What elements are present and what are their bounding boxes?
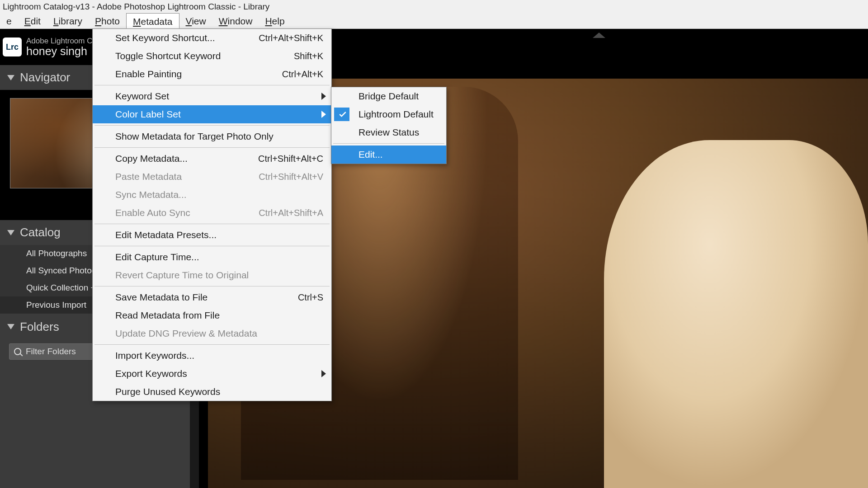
app-logo-icon: Lrc: [3, 38, 22, 56]
app-name-label: Adobe Lightroom Clas: [26, 37, 102, 45]
user-name-label: honey singh: [26, 45, 102, 57]
menu-item-label: Revert Capture Time to Original: [115, 270, 249, 281]
menu-item-shortcut: Shift+K: [276, 51, 323, 61]
menu-view[interactable]: View: [179, 13, 212, 28]
menu-library[interactable]: Library: [47, 13, 89, 28]
menu-item[interactable]: Toggle Shortcut KeywordShift+K: [93, 47, 331, 65]
menu-item-label: Update DNG Preview & Metadata: [115, 328, 257, 339]
menu-help[interactable]: Help: [259, 13, 291, 28]
menu-item-label: Export Keywords: [115, 368, 187, 379]
submenu-item[interactable]: Lightroom Default: [331, 105, 446, 123]
menu-item[interactable]: Show Metadata for Target Photo Only: [93, 127, 331, 145]
submenu-item[interactable]: Bridge Default: [331, 87, 446, 105]
menu-item-label: Purge Unused Keywords: [115, 386, 220, 397]
menu-item[interactable]: Enable PaintingCtrl+Alt+K: [93, 65, 331, 83]
menu-item-shortcut: Ctrl+Shift+Alt+V: [241, 172, 323, 182]
window-titlebar: Lightroom Catalog-v13 - Adobe Photoshop …: [0, 0, 868, 13]
menu-item-label: Edit Metadata Presets...: [115, 230, 217, 240]
menu-item[interactable]: Purge Unused Keywords: [93, 383, 331, 401]
panel-expand-top-icon[interactable]: [593, 33, 605, 38]
disclosure-triangle-icon: [7, 324, 14, 329]
submenu-item-label: Bridge Default: [359, 91, 419, 102]
menu-item-label: Set Keyword Shortcut...: [115, 33, 215, 43]
menu-item-shortcut: Ctrl+S: [280, 292, 323, 303]
submenu-item[interactable]: Review Status: [331, 123, 446, 141]
menu-window[interactable]: Window: [212, 13, 259, 28]
menu-item-label: Toggle Shortcut Keyword: [115, 51, 221, 61]
menu-item[interactable]: Edit Metadata Presets...: [93, 226, 331, 244]
submenu-item-label: Review Status: [359, 127, 419, 138]
menu-item[interactable]: Read Metadata from File: [93, 306, 331, 324]
menu-item[interactable]: Edit Capture Time...: [93, 248, 331, 266]
menu-item-label: Paste Metadata: [115, 171, 182, 182]
menu-photo[interactable]: Photo: [89, 13, 126, 28]
menu-item-label: Keyword Set: [115, 91, 169, 102]
menu-item-shortcut: Ctrl+Shift+Alt+C: [240, 154, 323, 164]
menu-item[interactable]: Keyword Set: [93, 87, 331, 105]
menu-item-label: Sync Metadata...: [115, 189, 187, 200]
check-icon: [338, 109, 348, 119]
menu-item: Update DNG Preview & Metadata: [93, 324, 331, 343]
menu-item-label: Copy Metadata...: [115, 153, 188, 164]
catalog-title: Catalog: [20, 225, 61, 239]
menu-item-label: Enable Auto Sync: [115, 207, 190, 218]
menu-item-label: Save Metadata to File: [115, 292, 208, 303]
menu-item-label: Show Metadata for Target Photo Only: [115, 131, 274, 142]
menu-item: Enable Auto SyncCtrl+Alt+Shift+A: [93, 204, 331, 222]
folders-title: Folders: [20, 320, 59, 334]
menu-item[interactable]: Export Keywords: [93, 365, 331, 383]
menu-item-label: Read Metadata from File: [115, 310, 220, 321]
filter-folders-placeholder: Filter Folders: [26, 347, 76, 357]
menu-file[interactable]: e: [0, 13, 18, 28]
search-icon: [14, 348, 21, 355]
menu-edit[interactable]: Edit: [18, 13, 47, 28]
menu-item-label: Color Label Set: [115, 109, 181, 120]
submenu-item[interactable]: Edit...: [331, 145, 446, 164]
menu-item: Paste MetadataCtrl+Shift+Alt+V: [93, 168, 331, 186]
window-title: Lightroom Catalog-v13 - Adobe Photoshop …: [3, 2, 269, 12]
menu-item-shortcut: Ctrl+Alt+K: [264, 69, 323, 80]
menu-item: Revert Capture Time to Original: [93, 266, 331, 284]
menu-bar: e Edit Library Photo Metadata View Windo…: [0, 13, 868, 29]
menu-item[interactable]: Set Keyword Shortcut...Ctrl+Alt+Shift+K: [93, 29, 331, 47]
menu-item-label: Import Keywords...: [115, 350, 194, 361]
menu-item-label: Edit Capture Time...: [115, 252, 199, 263]
menu-metadata[interactable]: Metadata: [126, 13, 179, 28]
metadata-menu-dropdown: Set Keyword Shortcut...Ctrl+Alt+Shift+KT…: [92, 28, 332, 401]
menu-item-label: Enable Painting: [115, 69, 182, 80]
navigator-title: Navigator: [20, 70, 70, 84]
menu-item-shortcut: Ctrl+Alt+Shift+K: [241, 33, 323, 43]
menu-item-shortcut: Ctrl+Alt+Shift+A: [241, 208, 323, 218]
menu-item: Sync Metadata...: [93, 186, 331, 204]
disclosure-triangle-icon: [7, 230, 14, 235]
menu-item[interactable]: Save Metadata to FileCtrl+S: [93, 288, 331, 306]
color-label-set-submenu: Bridge DefaultLightroom DefaultReview St…: [331, 87, 447, 164]
menu-item[interactable]: Import Keywords...: [93, 347, 331, 365]
submenu-item-label: Edit...: [359, 149, 383, 160]
submenu-item-label: Lightroom Default: [359, 109, 434, 120]
menu-item[interactable]: Copy Metadata...Ctrl+Shift+Alt+C: [93, 150, 331, 168]
disclosure-triangle-icon: [7, 75, 14, 80]
menu-item[interactable]: Color Label Set: [93, 105, 331, 123]
